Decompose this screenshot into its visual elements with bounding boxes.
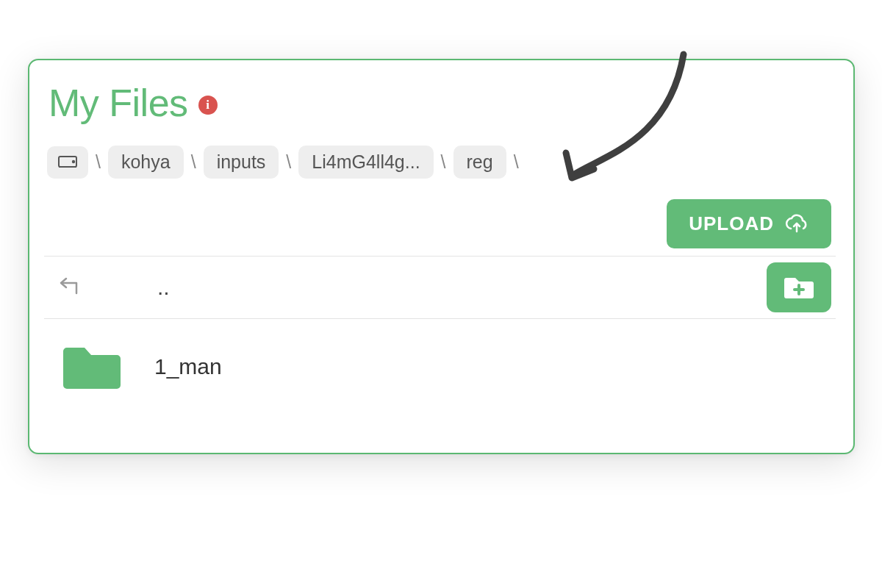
breadcrumb: \ kohya \ inputs \ Li4mG4ll4g... \ reg \ [44,146,836,179]
parent-dir-row[interactable]: .. [44,256,836,318]
drive-icon [57,154,78,171]
info-icon[interactable]: i [198,96,218,115]
upload-row: UPLOAD [44,199,836,248]
breadcrumb-separator: \ [188,151,199,173]
folder-icon [59,340,125,394]
folder-row[interactable]: 1_man [44,318,836,423]
panel-body: My Files i \ kohya \ inputs \ Li4mG4ll4g… [29,60,853,453]
breadcrumb-item-reg[interactable]: reg [453,146,506,179]
cloud-upload-icon [784,214,809,234]
breadcrumb-separator: \ [438,151,449,173]
upload-button-label: UPLOAD [689,212,774,235]
new-folder-button[interactable] [767,262,831,312]
breadcrumb-root[interactable] [47,146,88,179]
breadcrumb-item-truncated[interactable]: Li4mG4ll4g... [298,146,433,179]
parent-dir-label: .. [157,275,170,300]
title-row: My Files i [44,81,836,125]
breadcrumb-separator: \ [283,151,294,173]
files-panel: My Files i \ kohya \ inputs \ Li4mG4ll4g… [28,59,855,454]
breadcrumb-item-kohya[interactable]: kohya [108,146,184,179]
folder-name: 1_man [154,354,222,379]
breadcrumb-separator: \ [511,151,522,173]
file-listing: .. 1_man [44,256,836,423]
back-arrow-icon [54,273,84,302]
page-title: My Files [49,81,188,125]
upload-button[interactable]: UPLOAD [667,199,831,248]
breadcrumb-separator: \ [93,151,104,173]
breadcrumb-item-inputs[interactable]: inputs [204,146,279,179]
folder-plus-icon [781,273,817,302]
svg-point-2 [73,160,74,162]
